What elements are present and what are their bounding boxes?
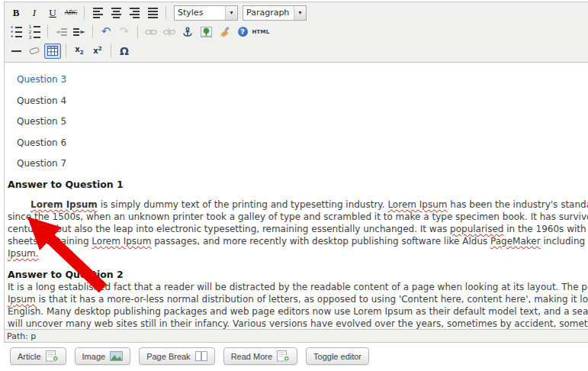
anchor-button[interactable]: [179, 24, 196, 40]
align-center-icon: [111, 8, 121, 18]
italic-icon: I: [33, 8, 36, 18]
styles-dropdown[interactable]: Styles▾: [174, 5, 238, 21]
unlink-icon: [163, 27, 175, 37]
paragraph-line: will uncover many web sites still in the…: [8, 318, 588, 330]
image-icon: [201, 27, 212, 37]
misspelled-word: Ipsum: [8, 294, 36, 305]
paragraph-line: sheets containing Lorem Ipsum passages, …: [8, 235, 588, 247]
text-run: is simply dummy text of the printing and…: [98, 199, 388, 210]
button-label: Image: [82, 352, 106, 361]
text-run: English. Many desktop publishing package…: [8, 306, 588, 317]
text-run: It is a long established fact that a rea…: [8, 282, 588, 292]
image-button-icon: [110, 351, 123, 361]
insert-image-button[interactable]: [198, 24, 214, 40]
paragraph-line: Lorem Ipsum is simply dummy text of the …: [8, 198, 588, 211]
element-path-bar: Path: p: [5, 329, 588, 342]
paragraph-line: It is a long established fact that a rea…: [8, 281, 588, 293]
question-link[interactable]: Question 3: [17, 73, 588, 85]
insert-link-button: [143, 24, 159, 40]
text-run: since the 1500s, when an unknown printer…: [8, 211, 588, 222]
cleanup-code-button[interactable]: [216, 24, 233, 40]
toolbar-separator: [47, 25, 48, 38]
remove-format-icon: [28, 46, 40, 56]
align-right-button[interactable]: [126, 5, 143, 21]
redo-button: ↷: [116, 24, 133, 40]
toolbar-separator: [92, 25, 93, 38]
misspelled-word: Lorem Ipsum: [92, 236, 151, 247]
cleanup-icon: [219, 27, 230, 37]
toggle-editor-button[interactable]: Toggle editor: [306, 347, 369, 365]
special-char-icon: Ω: [120, 46, 129, 56]
page-break-button[interactable]: Page Break: [139, 347, 214, 365]
toolbar-separator: [66, 44, 66, 57]
numbered-list-icon: 123: [28, 24, 40, 39]
strikethrough-icon: ABC: [65, 10, 77, 16]
wysiwyg-editor: BIUABCStyles▾Paragraph▾•••123◄►↶↷?HTMLx2…: [4, 2, 588, 343]
help-icon: ?: [238, 27, 248, 37]
answer-heading: Answer to Question 1: [8, 179, 588, 191]
article-button[interactable]: Article: [10, 347, 66, 365]
button-label: Toggle editor: [313, 352, 361, 361]
editor-toolbar: BIUABCStyles▾Paragraph▾•••123◄►↶↷?HTMLx2…: [5, 2, 588, 62]
link-icon: [145, 27, 157, 37]
bullet-list-icon: •••: [10, 26, 22, 38]
text-run: has been the industry's standard dummy t…: [447, 199, 588, 210]
misspelled-word: Ipsum.: [8, 248, 39, 259]
read-more-button[interactable]: Read More: [223, 347, 297, 365]
hr-icon: [11, 50, 21, 52]
editor-content-area[interactable]: Question 3Question 4Question 5Question 6…: [5, 62, 588, 329]
html-source-button[interactable]: HTML: [252, 24, 269, 40]
insert-table-button[interactable]: [44, 44, 61, 59]
superscript-button[interactable]: x2: [89, 44, 106, 59]
styles-dropdown-value: Styles: [175, 8, 225, 18]
numbered-list-button[interactable]: 123: [26, 24, 43, 40]
element-path-text: Path: p: [7, 331, 36, 341]
paragraph-line: Ipsum is that it has a more-or-less norm…: [8, 293, 588, 305]
special-character-button[interactable]: Ω: [116, 44, 133, 59]
question-text: Question 6: [17, 137, 588, 149]
align-center-button[interactable]: [108, 5, 124, 21]
image-button[interactable]: Image: [75, 347, 131, 365]
toolbar-separator: [165, 6, 166, 19]
outdent-button: ◄: [53, 24, 69, 40]
table-icon: [47, 46, 58, 56]
remove-format-button[interactable]: [26, 44, 43, 59]
answer-section-1: Answer to Question 1Lorem Ipsum is simpl…: [8, 179, 588, 260]
superscript-icon: x2: [93, 47, 101, 55]
toolbar-row-2: •••123◄►↶↷?HTML: [8, 22, 588, 41]
question-text: Question 4: [17, 95, 588, 107]
misspelled-word: PageMaker: [490, 236, 541, 247]
text-run: centuries, but also the leap into electr…: [8, 224, 450, 234]
editor-xtd-buttons: ArticleImagePage BreakRead MoreToggle ed…: [10, 347, 369, 365]
paragraph-line: centuries, but also the leap into electr…: [8, 223, 588, 235]
toolbar-row-3: x2x2Ω: [8, 41, 588, 60]
chevron-down-icon: ▾: [294, 6, 306, 20]
format-dropdown[interactable]: Paragraph▾: [243, 5, 307, 21]
toolbar-row-1: BIUABCStyles▾Paragraph▾: [8, 3, 588, 22]
align-left-icon: [93, 8, 103, 18]
subscript-button[interactable]: x2: [71, 44, 88, 59]
text-run: passages, and more recently with desktop…: [151, 236, 490, 247]
question-text: Question 5: [17, 115, 588, 127]
align-left-button[interactable]: [89, 5, 106, 21]
format-dropdown-value: Paragraph: [243, 8, 294, 18]
text-run: sheets containing: [8, 236, 92, 247]
article-icon: [46, 350, 59, 362]
italic-button[interactable]: I: [26, 5, 43, 21]
html-icon: HTML: [252, 29, 269, 35]
help-button[interactable]: ?: [234, 24, 251, 40]
underline-button[interactable]: U: [44, 5, 61, 21]
horizontal-rule-button[interactable]: [8, 44, 24, 59]
paragraph-line: since the 1500s, when an unknown printer…: [8, 211, 588, 223]
paragraph-line: English. Many desktop publishing package…: [8, 305, 588, 318]
indent-button[interactable]: ►: [71, 24, 88, 40]
text-run: in the 1960s with the release of Letrase…: [503, 224, 588, 234]
text-run: will uncover many web sites still in the…: [8, 318, 588, 329]
strikethrough-button[interactable]: ABC: [63, 5, 79, 21]
undo-button[interactable]: ↶: [98, 24, 114, 40]
toolbar-separator: [111, 44, 111, 57]
toolbar-separator: [137, 25, 138, 38]
bullet-list-button[interactable]: •••: [8, 24, 24, 40]
bold-button[interactable]: B: [8, 5, 24, 21]
align-justify-button[interactable]: [144, 5, 161, 21]
